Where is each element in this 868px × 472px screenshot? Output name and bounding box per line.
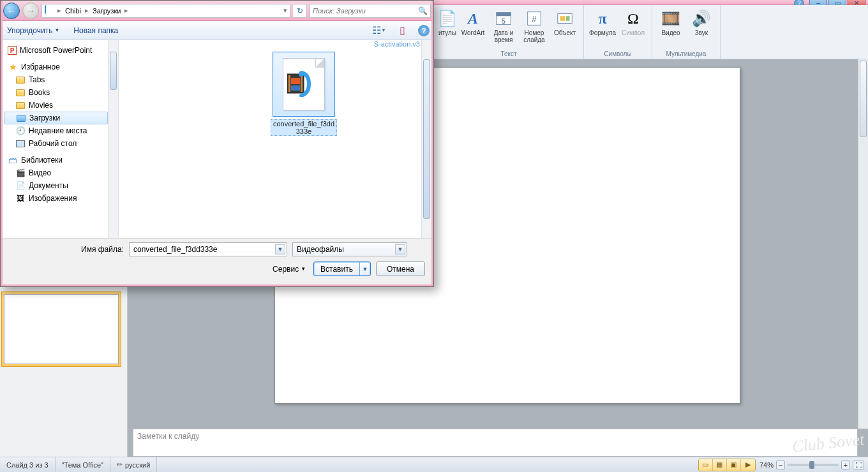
tools-button[interactable]: Сервис▼ xyxy=(273,265,306,274)
folder-icon xyxy=(45,6,55,16)
notes-placeholder: Заметки к слайду xyxy=(137,432,199,441)
filename-combo[interactable]: converted_file_f3dd333e ▼ xyxy=(129,242,287,256)
folder-icon xyxy=(15,75,26,85)
dialog-body: PMicrosoft PowerPoint ★Избранное Tabs Bo… xyxy=(3,40,431,238)
file-item-selected[interactable]: converted_file_f3dd333e xyxy=(271,52,337,136)
zoom-level[interactable]: 74% xyxy=(760,461,774,469)
symbol-button[interactable]: Ω Символ xyxy=(618,6,648,38)
zoom-slider[interactable] xyxy=(788,464,839,466)
view-mode-button[interactable]: ☷ ▼ xyxy=(372,25,386,36)
breadcrumb-user[interactable]: Chibi xyxy=(63,4,84,17)
equation-button[interactable]: π Формула xyxy=(588,6,617,38)
organize-button[interactable]: Упорядочить▼ xyxy=(4,25,62,36)
scroll-thumb[interactable] xyxy=(860,61,867,137)
nav-back-button[interactable]: ← xyxy=(3,3,20,19)
breadcrumb[interactable]: ▸ Chibi ▸ Загрузки ▸ ▾ xyxy=(41,4,290,18)
file-partial-name[interactable]: S-activation.v3 xyxy=(374,40,420,48)
group-label-text: Текст xyxy=(438,50,580,59)
cancel-button[interactable]: Отмена xyxy=(376,262,425,276)
audio-button[interactable]: 🔊 Звук xyxy=(687,6,716,38)
datetime-icon: 5 xyxy=(493,8,514,29)
fit-window-button[interactable]: ⛶ xyxy=(853,461,864,469)
nav-item-books[interactable]: Books xyxy=(3,86,118,99)
svg-rect-7 xyxy=(566,16,570,21)
files-scrollbar[interactable] xyxy=(421,40,431,238)
file-list[interactable]: S-activation.v3 converted_file_f3dd333e xyxy=(119,40,431,238)
datetime-button[interactable]: 5 Дата и время xyxy=(489,6,518,45)
nav-favorites[interactable]: ★Избранное xyxy=(3,61,118,73)
preview-pane-button[interactable]: ▯ xyxy=(395,25,409,36)
zoom-knob[interactable] xyxy=(809,461,814,469)
docs-lib-icon: 📄 xyxy=(15,181,26,191)
search-icon: 🔍 xyxy=(418,6,428,15)
nav-pane[interactable]: PMicrosoft PowerPoint ★Избранное Tabs Bo… xyxy=(3,40,119,238)
nav-item-tabs[interactable]: Tabs xyxy=(3,73,118,86)
vertical-scrollbar[interactable] xyxy=(858,59,868,429)
chevron-down-icon[interactable]: ▼ xyxy=(275,244,285,254)
pics-lib-icon: 🖼 xyxy=(15,193,26,203)
group-label-symbols: Символы xyxy=(588,50,648,59)
file-open-dialog: ← → ▸ Chibi ▸ Загрузки ▸ ▾ ↻ 🔍 Упорядочи… xyxy=(0,0,434,287)
powerpoint-icon: P xyxy=(8,46,17,55)
slidenumber-icon: # xyxy=(524,8,544,29)
nav-scrollbar[interactable] xyxy=(108,40,118,238)
search-input[interactable] xyxy=(313,7,418,15)
video-button[interactable]: 🎞️ Видео xyxy=(656,6,685,38)
zoom-in-button[interactable]: + xyxy=(841,461,850,469)
header-footer-button[interactable]: 📄 итулы xyxy=(438,6,457,45)
nav-item-videos[interactable]: 🎬Видео xyxy=(3,166,118,179)
svg-text:#: # xyxy=(532,14,537,24)
sorter-view-button[interactable]: ▦ xyxy=(713,459,727,471)
status-lang[interactable]: ✏русский xyxy=(110,457,157,472)
downloads-icon xyxy=(16,113,26,123)
status-slide: Слайд 3 из 3 xyxy=(0,457,56,472)
chevron-down-icon[interactable]: ▼ xyxy=(395,244,405,254)
media-file-icon xyxy=(287,70,314,97)
normal-view-button[interactable]: ▭ xyxy=(699,459,713,471)
search-box[interactable]: 🔍 xyxy=(310,4,431,18)
nav-item-pictures[interactable]: 🖼Изображения xyxy=(3,192,118,205)
svg-rect-6 xyxy=(560,16,565,21)
nav-item-recent[interactable]: 🕘Недавние места xyxy=(3,124,118,137)
object-button[interactable]: Объект xyxy=(550,6,580,45)
reading-view-button[interactable]: ▣ xyxy=(727,459,741,471)
video-icon: 🎞️ xyxy=(661,8,681,29)
slideshow-view-button[interactable]: ▶ xyxy=(741,459,755,471)
nav-item-movies[interactable]: Movies xyxy=(3,99,118,112)
refresh-button[interactable]: ↻ xyxy=(293,4,307,18)
nav-libraries[interactable]: 🗃Библиотеки xyxy=(3,154,118,166)
wordart-icon: A xyxy=(463,8,483,29)
breadcrumb-folder[interactable]: Загрузки xyxy=(90,4,123,17)
slide-thumb-selected[interactable] xyxy=(4,294,119,364)
audio-icon: 🔊 xyxy=(691,8,712,29)
breadcrumb-dropdown[interactable]: ▾ xyxy=(282,6,288,15)
filetype-combo[interactable]: Видеофайлы ▼ xyxy=(292,242,407,256)
notes-pane[interactable]: Заметки к слайду xyxy=(133,429,858,457)
omega-icon: Ω xyxy=(623,8,643,29)
dialog-help-icon[interactable]: ? xyxy=(418,25,430,36)
star-icon: ★ xyxy=(8,62,18,72)
wordart-button[interactable]: A WordArt xyxy=(458,6,488,45)
insert-button[interactable]: Вставить ▼ xyxy=(313,262,371,276)
ribbon-group-media: 🎞️ Видео 🔊 Звук Мультимедиа xyxy=(652,5,721,59)
new-folder-button[interactable]: Новая папка xyxy=(71,25,121,36)
desktop-icon xyxy=(15,138,26,149)
object-icon xyxy=(555,8,575,29)
ribbon-group-symbols: π Формула Ω Символ Символы xyxy=(584,5,652,59)
nav-forward-button[interactable]: → xyxy=(22,3,39,19)
nav-item-documents[interactable]: 📄Документы xyxy=(3,179,118,192)
zoom-out-button[interactable]: − xyxy=(776,461,785,469)
recent-icon: 🕘 xyxy=(15,126,26,136)
filetype-value: Видеофайлы xyxy=(297,245,344,254)
nav-item-downloads[interactable]: Загрузки xyxy=(4,112,108,124)
scroll-thumb[interactable] xyxy=(423,59,430,219)
scroll-thumb[interactable] xyxy=(110,52,117,90)
slidenumber-button[interactable]: # Номер слайда xyxy=(520,6,549,45)
dialog-footer: Имя файла: converted_file_f3dd333e ▼ Вид… xyxy=(3,238,431,284)
video-lib-icon: 🎬 xyxy=(15,168,26,178)
nav-powerpoint[interactable]: PMicrosoft PowerPoint xyxy=(3,44,118,57)
chevron-down-icon[interactable]: ▼ xyxy=(360,266,370,272)
svg-rect-1 xyxy=(497,13,511,17)
nav-item-desktop[interactable]: Рабочий стол xyxy=(3,137,118,150)
svg-rect-10 xyxy=(301,75,303,92)
